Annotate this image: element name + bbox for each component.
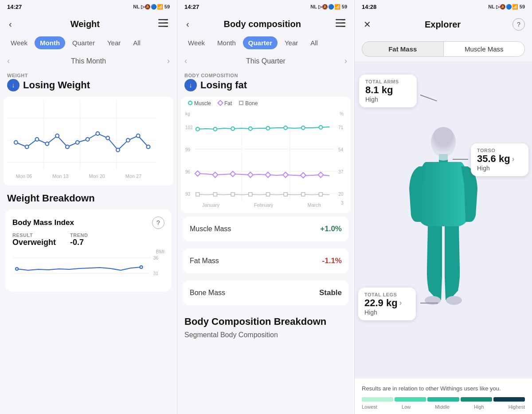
- nav-bar-2: ‹ This Quarter ›: [177, 53, 354, 69]
- explorer-panel: 14:28 NL ▷🔕🔵📶 59 ✕ Explorer ? Fat Mass M…: [355, 0, 532, 414]
- svg-text:71: 71: [338, 125, 343, 130]
- torso-bubble: TORSO 35.6 kg › High: [471, 143, 528, 176]
- label-highest: Highest: [509, 404, 525, 410]
- svg-point-25: [146, 145, 150, 149]
- bmi-trend: TREND -0.7: [70, 233, 88, 247]
- svg-text:3: 3: [341, 201, 344, 205]
- back-button-1[interactable]: ‹: [7, 17, 14, 31]
- color-high: [461, 397, 492, 402]
- close-button-3[interactable]: ✕: [362, 17, 373, 32]
- svg-rect-78: [249, 193, 252, 196]
- torso-connector: [453, 159, 468, 160]
- svg-point-60: [213, 127, 217, 131]
- nav-prev-1[interactable]: ‹: [7, 56, 10, 66]
- tab-week-1[interactable]: Week: [5, 36, 33, 49]
- svg-point-24: [137, 134, 140, 138]
- nav-next-1[interactable]: ›: [167, 56, 170, 66]
- bone-mass-label: Bone Mass: [190, 289, 225, 297]
- toggle-muscle-mass[interactable]: Muscle Mass: [443, 41, 525, 57]
- svg-text:102: 102: [185, 125, 193, 130]
- section-label-1: WEIGHT: [0, 69, 177, 79]
- svg-rect-5: [164, 26, 168, 27]
- bmi-result-value: Overweight: [12, 238, 56, 247]
- svg-marker-71: [266, 172, 271, 177]
- back-button-2[interactable]: ‹: [184, 17, 191, 31]
- weight-chart: Mon 06 Mon 13 Mon 20 Mon 27: [4, 97, 173, 185]
- tab-month-2[interactable]: Month: [212, 36, 241, 49]
- header-3: ✕ Explorer ?: [355, 14, 532, 37]
- color-bar: [362, 397, 525, 402]
- svg-rect-79: [266, 193, 270, 196]
- tab-month-1[interactable]: Month: [35, 36, 65, 49]
- tab-quarter-1[interactable]: Quarter: [67, 36, 100, 49]
- arms-connector: [420, 95, 437, 102]
- svg-point-63: [266, 126, 270, 130]
- nav-next-2[interactable]: ›: [344, 56, 347, 66]
- svg-marker-74: [318, 172, 324, 177]
- legend-bar-text: Results are in relation to other Withing…: [362, 385, 525, 393]
- menu-button-2[interactable]: [334, 17, 347, 31]
- menu-button-1[interactable]: [156, 17, 170, 31]
- weight-breakdown-title: Weight Breakdown: [0, 185, 177, 204]
- svg-text:Mon 06: Mon 06: [16, 173, 32, 179]
- header-1: ‹ Weight: [0, 14, 177, 36]
- tab-year-1[interactable]: Year: [102, 36, 126, 49]
- label-low: Low: [402, 404, 411, 410]
- arms-bubble: TOTAL ARMS 8.1 kg High: [359, 75, 417, 107]
- nav-prev-2[interactable]: ‹: [184, 56, 187, 66]
- section-status-2: ↓ Losing fat: [177, 79, 354, 97]
- svg-rect-3: [164, 19, 168, 20]
- svg-point-12: [14, 141, 18, 144]
- svg-point-35: [140, 266, 143, 268]
- svg-point-22: [116, 148, 120, 152]
- svg-point-13: [25, 145, 29, 149]
- muscle-mass-label: Muscle Mass: [190, 225, 231, 233]
- svg-text:Mon 13: Mon 13: [52, 173, 68, 179]
- time-1: 14:27: [7, 4, 22, 10]
- svg-text:Mon 27: Mon 27: [125, 173, 141, 179]
- bmi-trend-value: -0.7: [70, 238, 88, 247]
- svg-marker-69: [230, 171, 235, 177]
- torso-value: 35.6 kg ›: [477, 153, 522, 165]
- tab-week-2[interactable]: Week: [183, 36, 210, 49]
- svg-text:96: 96: [185, 170, 190, 174]
- bmi-help-button[interactable]: ?: [152, 217, 164, 229]
- nav-label-2: This Quarter: [246, 57, 286, 65]
- svg-point-62: [249, 127, 252, 130]
- status-bar-3: 14:28 NL ▷🔕🔵📶 59: [355, 0, 532, 14]
- tab-quarter-2[interactable]: Quarter: [243, 36, 278, 49]
- page-title-3: Explorer: [373, 20, 512, 30]
- losing-fat-icon: ↓: [184, 79, 197, 91]
- svg-rect-80: [284, 193, 287, 196]
- arms-sub: High: [365, 96, 411, 103]
- help-button-3[interactable]: ?: [512, 18, 525, 31]
- tab-bar-1: Week Month Quarter Year All: [0, 36, 177, 53]
- section-label-2: BODY COMPOSITION: [177, 69, 354, 79]
- weight-panel: 14:27 NL ▷🔕🔵📶 59 ‹ Weight Week Month Qua…: [0, 0, 177, 414]
- color-labels: Lowest Low Middle High Highest: [362, 404, 525, 410]
- tab-all-2[interactable]: All: [305, 36, 323, 49]
- svg-point-61: [231, 127, 235, 130]
- muscle-mass-stat: Muscle Mass +1.0%: [183, 217, 349, 241]
- svg-rect-4: [164, 23, 168, 24]
- fat-mass-label: Fat Mass: [190, 257, 219, 265]
- svg-text:54: 54: [338, 147, 343, 152]
- svg-point-66: [319, 126, 323, 129]
- bone-mass-value: Stable: [319, 288, 342, 297]
- svg-rect-81: [301, 193, 305, 196]
- svg-text:36: 36: [153, 256, 159, 260]
- bmi-title: Body Mass Index ?: [12, 217, 164, 229]
- tab-all-1[interactable]: All: [128, 36, 146, 49]
- body-figure-area: TOTAL ARMS 8.1 kg High TORSO 35.6 kg › H…: [355, 61, 532, 378]
- tab-year-2[interactable]: Year: [279, 36, 303, 49]
- fat-mass-stat: Fat Mass -1.1%: [183, 248, 349, 273]
- toggle-fat-mass[interactable]: Fat Mass: [362, 41, 443, 57]
- color-highest: [493, 397, 525, 402]
- legend-fat: Fat: [218, 100, 232, 106]
- color-middle: [427, 397, 459, 402]
- status-icons-3: NL ▷🔕🔵📶 59: [488, 4, 525, 10]
- svg-text:20: 20: [338, 192, 343, 197]
- svg-point-17: [66, 145, 69, 149]
- svg-text:99: 99: [185, 147, 190, 152]
- svg-point-19: [86, 138, 90, 141]
